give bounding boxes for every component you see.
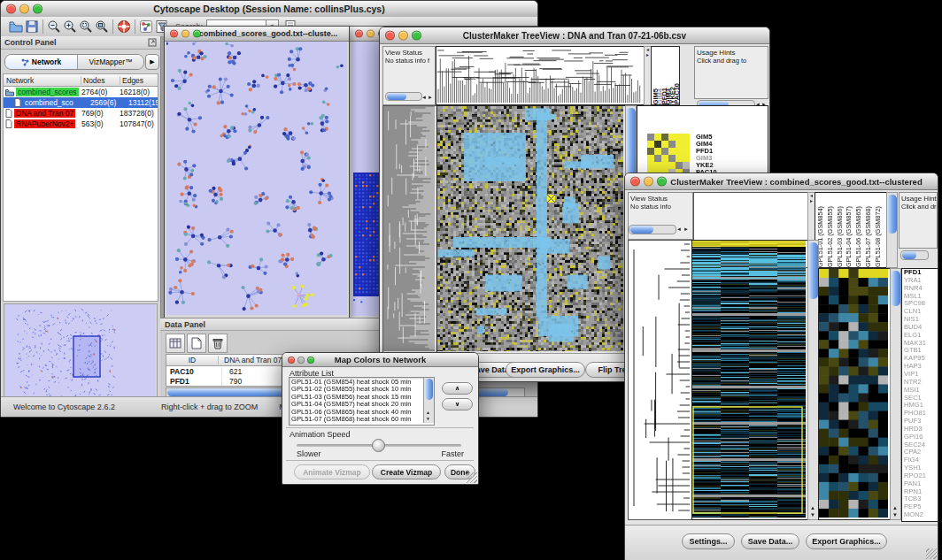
tv1-heatmap-canvas[interactable] xyxy=(437,106,623,351)
tv2-detail-vscrollbar[interactable]: ▲ ▼ xyxy=(890,268,901,520)
tv2-hints-hscroll-thumb[interactable] xyxy=(902,251,916,259)
button-export-graphics-[interactable]: Export Graphics... xyxy=(506,362,585,378)
tv2-detail-down-arrow[interactable]: ▼ xyxy=(892,512,898,518)
tv1-status-hscroll-thumb[interactable] xyxy=(387,93,406,100)
save-session-button[interactable] xyxy=(24,19,40,35)
new-attribute-button[interactable] xyxy=(187,334,206,353)
tv1-column-dendrogram-canvas[interactable] xyxy=(436,47,642,103)
frame1-close-button[interactable] xyxy=(170,30,178,38)
tv2-detail-up-arrow[interactable]: ▲ xyxy=(892,505,898,510)
attribute-list-vscrollbar[interactable]: ▲ ▼ xyxy=(423,378,434,423)
tv1-row-dendrogram[interactable] xyxy=(382,105,437,354)
dialog-button-create-vizmap[interactable]: Create Vizmap xyxy=(372,464,441,479)
network-view-canvas[interactable] xyxy=(166,42,347,315)
attr-scroll-up-arrow[interactable]: ▲ xyxy=(426,410,430,415)
tv2-global-up-arrow[interactable]: ▲ xyxy=(810,505,815,510)
button-settings-[interactable]: Settings... xyxy=(682,533,735,549)
network-table-row[interactable]: combined_sco2569(6)13112(15) xyxy=(4,97,158,108)
frame2-close-button[interactable] xyxy=(355,30,363,38)
network-table-row[interactable]: DNA and Tran 07769(0)183728(0) xyxy=(4,108,158,119)
tv2-resize-grip[interactable] xyxy=(926,548,937,559)
attr-scroll-down-arrow[interactable]: ▼ xyxy=(426,417,430,421)
tv2-col-label[interactable]: GPL51-02 (GSM855) xyxy=(827,206,837,267)
tv1-row-dendrogram-canvas[interactable] xyxy=(383,106,435,351)
tv1-detail-matrix-canvas[interactable] xyxy=(647,134,690,176)
close-button[interactable] xyxy=(6,4,16,14)
tv1-column-dendrogram[interactable] xyxy=(436,46,645,105)
tv1-status-right-arrow[interactable]: ► xyxy=(428,95,433,100)
dialog-close-button[interactable] xyxy=(288,357,295,364)
button-save-data-[interactable]: Save Data... xyxy=(741,533,799,549)
tv2-close-button[interactable] xyxy=(630,177,640,187)
birdseye-canvas[interactable] xyxy=(4,304,155,403)
help-lifebuoy-icon[interactable] xyxy=(116,19,132,35)
zoom-selected-icon[interactable] xyxy=(78,19,94,35)
tab-vizmapper[interactable]: VizMapper™ xyxy=(78,55,143,69)
zoom-fit-icon[interactable] xyxy=(94,19,110,35)
tv1-close-button[interactable] xyxy=(385,31,395,41)
attribute-list-vscroll-thumb[interactable] xyxy=(425,379,433,400)
tv2-collabel-vscrollbar[interactable] xyxy=(886,192,898,268)
tv2-collabel-vscroll-thumb[interactable] xyxy=(887,195,897,234)
speed-slider-thumb[interactable] xyxy=(372,439,385,452)
dialog-minimize-button[interactable] xyxy=(297,357,305,364)
map-colors-dialog[interactable]: Map Colors to Network Attribute List GPL… xyxy=(282,352,479,485)
tab-overflow-button[interactable]: ▶ xyxy=(145,54,159,70)
tab-network[interactable]: Network xyxy=(5,55,78,69)
float-panel-icon[interactable] xyxy=(148,35,157,50)
tv2-hints-hscroll[interactable] xyxy=(900,250,929,260)
tv2-gene-label[interactable]: MON2 xyxy=(902,511,938,519)
tv2-global-heatmap-canvas[interactable] xyxy=(692,241,806,518)
tv2-gene-list[interactable]: PFD1YRA1RNR4MSL1SPC98CLN1NIS1BUD4ELG1MAK… xyxy=(901,268,938,522)
tv2-minimize-button[interactable] xyxy=(644,177,653,187)
frame2-minimize-button[interactable] xyxy=(367,30,374,38)
treeview1-titlebar[interactable]: ClusterMaker TreeView : DNA and Tran 07-… xyxy=(380,27,769,44)
window-controls[interactable] xyxy=(6,4,42,14)
col-nodes[interactable]: Nodes xyxy=(81,76,120,85)
tv2-status-hscroll-thumb[interactable] xyxy=(630,226,653,234)
tv2-global-heatmap[interactable] xyxy=(691,240,808,520)
dialog-zoom-button[interactable] xyxy=(307,357,314,364)
zoom-in-icon[interactable] xyxy=(62,19,78,35)
tv2-row-dendrogram-canvas[interactable] xyxy=(629,241,690,518)
network-frame-1[interactable]: combined_scores_good.txt--cluste... xyxy=(164,26,350,319)
zoom-button[interactable] xyxy=(33,4,42,14)
tv2-status-hscroll[interactable] xyxy=(629,225,676,234)
tv1-col-label[interactable]: PAC10 xyxy=(674,83,678,104)
attribute-list[interactable]: GPL51-01 (GSM854) heat shock 05 minGPL51… xyxy=(289,377,435,426)
button-export-graphics-[interactable]: Export Graphics... xyxy=(806,533,887,549)
birdseye-view[interactable] xyxy=(4,303,158,406)
frame1-minimize-button[interactable] xyxy=(181,30,189,38)
delete-attribute-trash-icon[interactable] xyxy=(208,334,228,353)
treeview2-window[interactable]: ClusterMaker TreeView : combined_scores_… xyxy=(624,173,938,560)
move-down-button[interactable]: ∨ xyxy=(442,398,473,410)
dialog-titlebar[interactable]: Map Colors to Network xyxy=(282,353,478,367)
tv2-detail-heatmap-canvas[interactable] xyxy=(819,269,888,518)
col-network[interactable]: Network xyxy=(4,76,81,85)
tv2-row-dendrogram[interactable] xyxy=(628,240,692,520)
tv1-status-left-arrow[interactable]: ◄ xyxy=(421,95,427,100)
network-table-row[interactable]: RNAPuberNov2+563(0)107847(0) xyxy=(4,119,158,129)
tv2-detail-vscroll-thumb[interactable] xyxy=(891,271,900,306)
zoom-out-icon[interactable] xyxy=(46,19,62,35)
main-titlebar[interactable]: Cytoscape Desktop (Session Name: collins… xyxy=(1,1,537,18)
treeview2-titlebar[interactable]: ClusterMaker TreeView : combined_scores_… xyxy=(625,173,938,190)
dialog-resize-grip[interactable] xyxy=(467,472,477,483)
attribute-list-item[interactable]: GPL51-07 (GSM868) heat shock 60 min xyxy=(291,416,432,423)
select-attributes-button[interactable] xyxy=(166,334,185,353)
tv1-zoom-button[interactable] xyxy=(412,31,421,41)
tv2-col-label[interactable]: GPL51-08 (GSM872) xyxy=(875,206,884,267)
modify-network-icon[interactable] xyxy=(138,19,154,35)
data-col-id[interactable]: ID xyxy=(166,356,219,364)
tv2-status-left-arrow[interactable]: ◄ xyxy=(676,226,682,232)
col-edges[interactable]: Edges xyxy=(120,76,158,85)
minimize-button[interactable] xyxy=(19,4,29,14)
tv2-global-vscroll-thumb[interactable] xyxy=(808,242,818,299)
frame1-zoom-button[interactable] xyxy=(193,30,201,38)
tv1-status-hscroll[interactable] xyxy=(385,92,422,101)
network-table-header[interactable]: Network Nodes Edges xyxy=(4,74,158,87)
tv1-heatmap[interactable] xyxy=(436,105,626,354)
tv2-global-down-arrow[interactable]: ▼ xyxy=(810,512,815,518)
open-session-button[interactable] xyxy=(8,19,24,35)
tv2-detail-heatmap[interactable] xyxy=(818,268,891,520)
